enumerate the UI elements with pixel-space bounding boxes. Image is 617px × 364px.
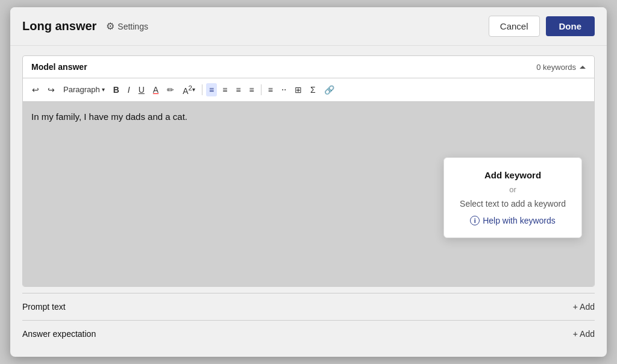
model-answer-header: Model answer 0 keywords [23,56,594,78]
italic-icon: I [128,85,130,95]
prompt-text-add-button[interactable]: + Add [573,302,595,312]
superscript-icon: A2 [183,84,192,96]
modal-header: Long answer ⚙ Settings Cancel Done [10,7,607,46]
chevron-up-icon [580,66,586,69]
justify-button[interactable]: ≡ [246,83,257,96]
answer-expectation-label: Answer expectation [22,329,573,339]
table-button[interactable]: ⊞ [292,83,305,96]
formula-icon: Σ [310,85,316,95]
settings-button[interactable]: ⚙ Settings [106,20,148,32]
answer-expectation-row: Answer expectation + Add [22,320,595,347]
model-answer-title: Model answer [31,62,87,72]
page-title: Long answer [22,19,96,33]
align-right-button[interactable]: ≡ [233,83,243,96]
font-color-icon: A [153,85,158,95]
model-answer-panel: Model answer 0 keywords ↩ ↪ Paragraph ▾ [22,55,595,287]
bold-button[interactable]: B [110,83,122,96]
modal: Long answer ⚙ Settings Cancel Done Model… [10,7,607,357]
font-color-button[interactable]: A [150,83,161,96]
underline-icon: U [139,85,145,95]
bottom-sections: Prompt text + Add Answer expectation + A… [22,293,595,347]
popup-add-keyword-label[interactable]: Add keyword [459,170,567,180]
answer-expectation-add-button[interactable]: + Add [573,329,595,339]
align-center-icon: ≡ [222,85,227,95]
ordered-list-button[interactable]: ≡ [265,83,276,96]
highlight-icon: ✏ [167,85,174,95]
superscript-button[interactable]: A2 ▾ [180,82,198,98]
keywords-count-button[interactable]: 0 keywords [536,63,586,72]
keyword-popup: Add keyword or Select text to add a keyw… [443,157,582,238]
justify-icon: ≡ [249,85,254,95]
toolbar-separator-2 [261,84,262,95]
prompt-text-label: Prompt text [22,302,573,312]
toolbar-separator-1 [202,84,202,95]
align-left-icon: ≡ [209,85,214,95]
redo-icon: ↪ [48,85,55,95]
ordered-list-icon: ≡ [268,85,273,95]
help-with-keywords-link[interactable]: i Help with keywords [459,216,567,225]
cancel-button[interactable]: Cancel [489,16,540,37]
gear-icon: ⚙ [106,20,114,32]
link-icon: 🔗 [324,85,334,95]
popup-or-label: or [459,185,567,194]
underline-button[interactable]: U [136,83,148,96]
undo-icon: ↩ [32,85,39,95]
prompt-text-row: Prompt text + Add [22,293,595,320]
editor-content: In my family, I have my dads and a cat. [31,111,187,122]
align-right-icon: ≡ [236,85,240,95]
highlight-button[interactable]: ✏ [164,83,177,96]
link-button[interactable]: 🔗 [321,83,337,96]
info-icon: i [470,216,480,225]
editor-toolbar: ↩ ↪ Paragraph ▾ B I U [23,78,594,102]
table-icon: ⊞ [295,85,302,95]
undo-button[interactable]: ↩ [29,83,42,96]
italic-button[interactable]: I [125,83,133,96]
redo-button[interactable]: ↪ [45,83,58,96]
unordered-list-icon: ⋅⋅ [281,85,286,95]
modal-body: Model answer 0 keywords ↩ ↪ Paragraph ▾ [10,46,607,357]
align-left-button[interactable]: ≡ [206,83,217,96]
dropdown-icon: ▾ [102,86,105,93]
paragraph-select[interactable]: Paragraph ▾ [60,83,108,96]
popup-select-text-label: Select text to add a keyword [459,199,567,209]
done-button[interactable]: Done [546,16,595,36]
align-center-button[interactable]: ≡ [219,83,230,96]
unordered-list-button[interactable]: ⋅⋅ [278,83,289,96]
formula-button[interactable]: Σ [307,83,319,96]
superscript-dropdown-icon: ▾ [192,86,195,93]
bold-icon: B [113,85,119,95]
